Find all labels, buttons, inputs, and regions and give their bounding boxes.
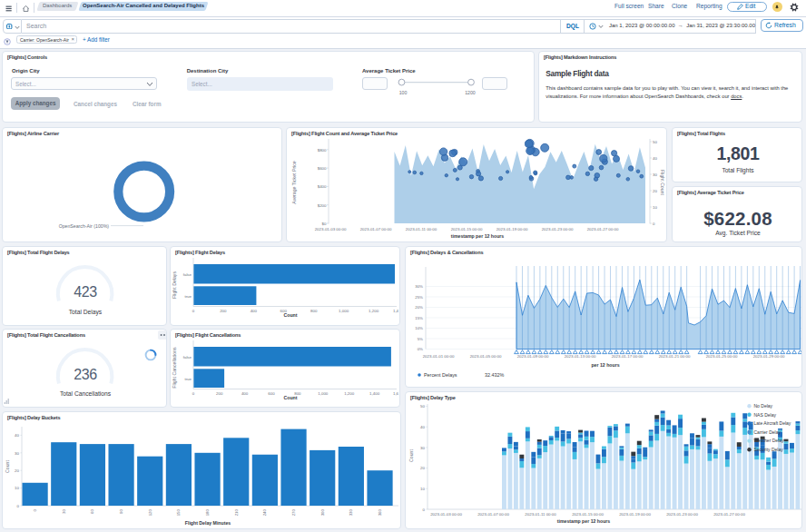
svg-text:30: 30	[15, 451, 19, 456]
svg-text:30: 30	[420, 446, 425, 450]
svg-text:1200: 1200	[465, 90, 476, 95]
svg-text:50: 50	[653, 140, 657, 144]
svg-text:30: 30	[653, 172, 657, 177]
svg-text:10: 10	[15, 486, 19, 490]
svg-text:Carrier Delay: Carrier Delay	[754, 429, 781, 435]
svg-text:0: 0	[17, 504, 20, 508]
svg-text:10: 10	[653, 205, 657, 210]
svg-text:40: 40	[15, 433, 19, 438]
svg-text:$0: $0	[322, 222, 327, 226]
svg-text:2023-01-01 00:00: 2023-01-01 00:00	[423, 354, 455, 359]
svg-text:2023-01-21 00:00: 2023-01-21 00:00	[659, 354, 691, 359]
svg-text:Flight Delays: Flight Delays	[172, 271, 177, 299]
svg-text:240: 240	[262, 508, 267, 516]
svg-text:200: 200	[220, 309, 227, 313]
svg-text:120: 120	[148, 508, 152, 516]
svg-text:true: true	[184, 377, 192, 381]
svg-text:2023-01-27 00:00: 2023-01-27 00:00	[713, 512, 745, 517]
svg-text:2023-01-19 00:00: 2023-01-19 00:00	[619, 512, 651, 517]
svg-text:timestamp per 12 hours: timestamp per 12 hours	[451, 233, 505, 239]
svg-text:Security Delay: Security Delay	[754, 447, 784, 452]
svg-text:$200: $200	[318, 203, 327, 208]
svg-text:Count: Count	[408, 449, 414, 462]
svg-text:2023-01-07 00:00: 2023-01-07 00:00	[477, 512, 509, 517]
svg-text:Flight Cancellations: Flight Cancellations	[172, 347, 177, 389]
svg-text:50: 50	[420, 404, 425, 409]
svg-text:10: 10	[420, 487, 425, 491]
svg-text:2023-01-03 00:00: 2023-01-03 00:00	[315, 227, 347, 232]
svg-text:25%: 25%	[415, 295, 423, 300]
svg-text:300: 300	[320, 508, 325, 516]
svg-text:Late Aircraft Delay: Late Aircraft Delay	[754, 420, 791, 426]
svg-text:5%: 5%	[418, 337, 423, 341]
svg-text:0: 0	[192, 391, 195, 396]
svg-text:2023-01-11 00:00: 2023-01-11 00:00	[525, 512, 556, 517]
svg-text:1,000: 1,000	[318, 391, 329, 396]
svg-text:600: 600	[268, 391, 275, 396]
svg-text:1,4: 1,4	[393, 309, 399, 313]
svg-text:0: 0	[33, 508, 37, 511]
svg-text:10%: 10%	[415, 326, 423, 330]
svg-text:2023-01-05 00:00: 2023-01-05 00:00	[470, 354, 502, 359]
svg-text:2023-01-25 00:00: 2023-01-25 00:00	[706, 354, 738, 359]
svg-text:Flight Delay Minutes: Flight Delay Minutes	[185, 520, 231, 526]
svg-text:$800: $800	[318, 148, 327, 153]
svg-text:Count: Count	[284, 312, 298, 318]
svg-text:60: 60	[90, 508, 94, 513]
svg-text:0: 0	[192, 309, 195, 313]
svg-text:Count: Count	[5, 460, 10, 473]
svg-text:1,000: 1,000	[339, 309, 349, 313]
svg-text:NAS Delay: NAS Delay	[754, 412, 777, 418]
svg-text:210: 210	[234, 508, 239, 516]
svg-text:2023-01-07 00:00: 2023-01-07 00:00	[360, 227, 392, 232]
svg-text:Count: Count	[284, 395, 298, 400]
svg-text:800: 800	[310, 309, 318, 313]
svg-text:1,6: 1,6	[393, 391, 399, 396]
svg-text:150: 150	[176, 508, 181, 516]
svg-text:2023-01-29 00:00: 2023-01-29 00:00	[753, 354, 785, 359]
svg-text:false: false	[183, 355, 192, 360]
svg-text:1,400: 1,400	[369, 391, 380, 396]
svg-text:40: 40	[420, 425, 425, 429]
svg-text:Average Ticket Price: Average Ticket Price	[291, 161, 297, 204]
svg-text:30: 30	[62, 508, 66, 513]
svg-text:20: 20	[420, 466, 425, 470]
svg-text:32.432%: 32.432%	[485, 372, 504, 378]
svg-text:No Delay: No Delay	[754, 403, 773, 409]
svg-text:true: true	[184, 294, 192, 299]
svg-text:0%: 0%	[418, 347, 423, 351]
svg-text:timestamp per 12 hours: timestamp per 12 hours	[557, 518, 611, 524]
svg-text:270: 270	[291, 508, 296, 516]
svg-text:90: 90	[119, 508, 123, 513]
svg-text:200: 200	[216, 391, 223, 396]
svg-text:per 12 hours: per 12 hours	[591, 362, 619, 368]
svg-text:360: 360	[378, 508, 382, 516]
svg-text:2023-01-27 00:00: 2023-01-27 00:00	[587, 227, 619, 232]
svg-text:Weather Delay: Weather Delay	[754, 438, 784, 443]
svg-text:2023-01-09 00:00: 2023-01-09 00:00	[517, 354, 549, 359]
svg-text:2023-01-17 00:00: 2023-01-17 00:00	[612, 354, 644, 359]
svg-text:1,200: 1,200	[369, 309, 379, 313]
svg-text:2023-01-13 00:00: 2023-01-13 00:00	[565, 354, 596, 359]
svg-text:20%: 20%	[415, 305, 423, 310]
svg-text:15%: 15%	[415, 316, 423, 320]
svg-text:false: false	[183, 272, 192, 277]
svg-text:2023-01-15 00:00: 2023-01-15 00:00	[451, 227, 483, 232]
svg-text:20: 20	[15, 468, 19, 473]
svg-text:180: 180	[205, 508, 210, 516]
svg-text:2023-01-11 00:00: 2023-01-11 00:00	[406, 227, 437, 232]
svg-text:1,200: 1,200	[344, 391, 355, 396]
svg-text:2023-01-19 00:00: 2023-01-19 00:00	[496, 227, 528, 232]
svg-text:2023-01-03 00:00: 2023-01-03 00:00	[430, 512, 462, 517]
svg-text:400: 400	[251, 309, 258, 313]
svg-text:Flight Count: Flight Count	[660, 170, 665, 196]
svg-text:2023-01-15 00:00: 2023-01-15 00:00	[572, 512, 604, 517]
svg-text:OpenSearch-Air (100%): OpenSearch-Air (100%)	[59, 223, 110, 229]
svg-text:$400: $400	[318, 184, 327, 189]
svg-text:20: 20	[653, 189, 657, 193]
svg-text:30%: 30%	[415, 284, 423, 289]
svg-text:100: 100	[399, 90, 408, 95]
svg-text:2023-01-23 00:00: 2023-01-23 00:00	[666, 512, 698, 517]
svg-text:0: 0	[653, 222, 655, 226]
svg-text:Percent Delays: Percent Delays	[424, 372, 457, 378]
